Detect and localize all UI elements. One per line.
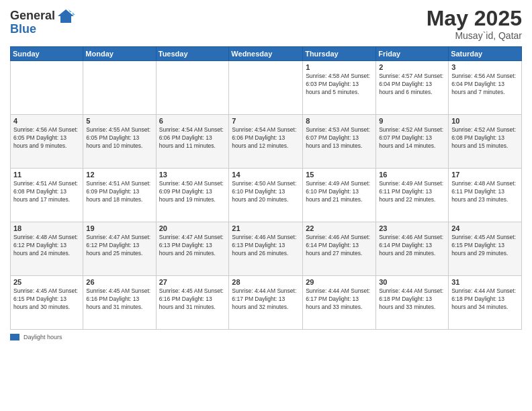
- day-number: 28: [232, 278, 300, 286]
- calendar-day: 23Sunrise: 4:46 AM Sunset: 6:14 PM Dayli…: [376, 222, 449, 276]
- day-info: Sunrise: 4:51 AM Sunset: 6:08 PM Dayligh…: [13, 180, 80, 204]
- day-info: Sunrise: 4:56 AM Sunset: 6:05 PM Dayligh…: [13, 126, 80, 150]
- calendar-day: 30Sunrise: 4:44 AM Sunset: 6:18 PM Dayli…: [376, 276, 449, 330]
- calendar-day: [11, 61, 83, 115]
- day-info: Sunrise: 4:46 AM Sunset: 6:13 PM Dayligh…: [232, 234, 300, 258]
- day-info: Sunrise: 4:45 AM Sunset: 6:15 PM Dayligh…: [13, 287, 80, 312]
- page: General Blue May 2025 Musay`id, Qatar Su…: [0, 0, 532, 411]
- day-number: 20: [159, 224, 226, 232]
- day-info: Sunrise: 4:58 AM Sunset: 6:03 PM Dayligh…: [306, 73, 373, 97]
- calendar-day: 9Sunrise: 4:52 AM Sunset: 6:07 PM Daylig…: [376, 115, 449, 169]
- day-number: 3: [451, 63, 519, 71]
- header-saturday: Saturday: [449, 47, 522, 61]
- calendar-day: 5Sunrise: 4:55 AM Sunset: 6:05 PM Daylig…: [83, 115, 156, 169]
- day-number: 29: [306, 278, 373, 286]
- calendar-header-row: Sunday Monday Tuesday Wednesday Thursday…: [11, 47, 522, 61]
- calendar-day: 8Sunrise: 4:53 AM Sunset: 6:07 PM Daylig…: [303, 115, 376, 169]
- day-info: Sunrise: 4:46 AM Sunset: 6:14 PM Dayligh…: [306, 234, 373, 258]
- day-number: 27: [159, 278, 226, 286]
- calendar-day: 31Sunrise: 4:44 AM Sunset: 6:18 PM Dayli…: [449, 276, 522, 330]
- calendar-day: 1Sunrise: 4:58 AM Sunset: 6:03 PM Daylig…: [303, 61, 376, 115]
- day-number: 7: [232, 117, 300, 125]
- day-info: Sunrise: 4:44 AM Sunset: 6:18 PM Dayligh…: [451, 287, 519, 312]
- calendar-day: 21Sunrise: 4:46 AM Sunset: 6:13 PM Dayli…: [229, 222, 303, 276]
- day-number: 5: [86, 117, 152, 125]
- day-info: Sunrise: 4:47 AM Sunset: 6:12 PM Dayligh…: [86, 234, 152, 258]
- calendar-week-3: 18Sunrise: 4:48 AM Sunset: 6:12 PM Dayli…: [11, 222, 522, 276]
- header-tuesday: Tuesday: [156, 47, 229, 61]
- logo-icon: [56, 7, 75, 26]
- calendar-week-1: 4Sunrise: 4:56 AM Sunset: 6:05 PM Daylig…: [11, 115, 522, 169]
- day-number: 2: [379, 63, 445, 71]
- day-number: 1: [306, 63, 373, 71]
- day-info: Sunrise: 4:53 AM Sunset: 6:07 PM Dayligh…: [306, 126, 373, 150]
- day-number: 9: [379, 117, 445, 125]
- calendar-day: 2Sunrise: 4:57 AM Sunset: 6:04 PM Daylig…: [376, 61, 449, 115]
- day-info: Sunrise: 4:45 AM Sunset: 6:15 PM Dayligh…: [451, 234, 519, 258]
- day-info: Sunrise: 4:50 AM Sunset: 6:09 PM Dayligh…: [159, 180, 226, 204]
- calendar-day: 14Sunrise: 4:50 AM Sunset: 6:10 PM Dayli…: [229, 169, 303, 222]
- daylight-box: [10, 334, 19, 340]
- header-thursday: Thursday: [303, 47, 376, 61]
- day-number: 19: [86, 224, 152, 232]
- day-number: 22: [306, 224, 373, 232]
- day-number: 6: [159, 117, 226, 125]
- day-info: Sunrise: 4:55 AM Sunset: 6:05 PM Dayligh…: [86, 126, 152, 150]
- day-info: Sunrise: 4:52 AM Sunset: 6:08 PM Dayligh…: [451, 126, 519, 150]
- calendar-day: 20Sunrise: 4:47 AM Sunset: 6:13 PM Dayli…: [156, 222, 229, 276]
- logo: General Blue: [10, 7, 75, 36]
- calendar-day: [156, 61, 229, 115]
- day-info: Sunrise: 4:48 AM Sunset: 6:12 PM Dayligh…: [13, 234, 80, 258]
- day-info: Sunrise: 4:51 AM Sunset: 6:09 PM Dayligh…: [86, 180, 152, 204]
- day-number: 23: [379, 224, 445, 232]
- day-number: 30: [379, 278, 445, 286]
- day-number: 4: [13, 117, 80, 125]
- calendar-week-4: 25Sunrise: 4:45 AM Sunset: 6:15 PM Dayli…: [11, 276, 522, 330]
- day-number: 15: [306, 171, 373, 179]
- day-info: Sunrise: 4:54 AM Sunset: 6:06 PM Dayligh…: [232, 126, 300, 150]
- day-info: Sunrise: 4:44 AM Sunset: 6:18 PM Dayligh…: [379, 287, 445, 312]
- header-wednesday: Wednesday: [229, 47, 303, 61]
- day-number: 17: [451, 171, 519, 179]
- footer: Daylight hours: [10, 334, 522, 340]
- calendar-day: 6Sunrise: 4:54 AM Sunset: 6:06 PM Daylig…: [156, 115, 229, 169]
- calendar-day: 24Sunrise: 4:45 AM Sunset: 6:15 PM Dayli…: [449, 222, 522, 276]
- calendar-day: 4Sunrise: 4:56 AM Sunset: 6:05 PM Daylig…: [11, 115, 83, 169]
- calendar-day: 29Sunrise: 4:44 AM Sunset: 6:17 PM Dayli…: [303, 276, 376, 330]
- day-info: Sunrise: 4:57 AM Sunset: 6:04 PM Dayligh…: [379, 73, 445, 97]
- calendar-day: 25Sunrise: 4:45 AM Sunset: 6:15 PM Dayli…: [11, 276, 83, 330]
- day-number: 25: [13, 278, 80, 286]
- calendar-day: 19Sunrise: 4:47 AM Sunset: 6:12 PM Dayli…: [83, 222, 156, 276]
- day-info: Sunrise: 4:52 AM Sunset: 6:07 PM Dayligh…: [379, 126, 445, 150]
- day-number: 18: [13, 224, 80, 232]
- calendar-day: [83, 61, 156, 115]
- calendar-day: 26Sunrise: 4:45 AM Sunset: 6:16 PM Dayli…: [83, 276, 156, 330]
- calendar-day: 17Sunrise: 4:48 AM Sunset: 6:11 PM Dayli…: [449, 169, 522, 222]
- day-info: Sunrise: 4:45 AM Sunset: 6:16 PM Dayligh…: [86, 287, 152, 312]
- calendar-day: [229, 61, 303, 115]
- day-info: Sunrise: 4:54 AM Sunset: 6:06 PM Dayligh…: [159, 126, 226, 150]
- day-info: Sunrise: 4:48 AM Sunset: 6:11 PM Dayligh…: [451, 180, 519, 204]
- calendar-day: 22Sunrise: 4:46 AM Sunset: 6:14 PM Dayli…: [303, 222, 376, 276]
- title-location: Musay`id, Qatar: [427, 30, 522, 41]
- header-sunday: Sunday: [11, 47, 83, 61]
- day-number: 8: [306, 117, 373, 125]
- day-number: 31: [451, 278, 519, 286]
- calendar-day: 12Sunrise: 4:51 AM Sunset: 6:09 PM Dayli…: [83, 169, 156, 222]
- day-info: Sunrise: 4:50 AM Sunset: 6:10 PM Dayligh…: [232, 180, 300, 204]
- calendar-day: 28Sunrise: 4:44 AM Sunset: 6:17 PM Dayli…: [229, 276, 303, 330]
- day-number: 14: [232, 171, 300, 179]
- day-number: 16: [379, 171, 445, 179]
- calendar-day: 27Sunrise: 4:45 AM Sunset: 6:16 PM Dayli…: [156, 276, 229, 330]
- footer-label: Daylight hours: [24, 334, 62, 340]
- calendar-day: 18Sunrise: 4:48 AM Sunset: 6:12 PM Dayli…: [11, 222, 83, 276]
- title-month: May 2025: [427, 7, 522, 30]
- day-info: Sunrise: 4:49 AM Sunset: 6:10 PM Dayligh…: [306, 180, 373, 204]
- day-info: Sunrise: 4:49 AM Sunset: 6:11 PM Dayligh…: [379, 180, 445, 204]
- logo-general: General: [10, 9, 55, 23]
- calendar-day: 10Sunrise: 4:52 AM Sunset: 6:08 PM Dayli…: [449, 115, 522, 169]
- day-number: 12: [86, 171, 152, 179]
- title-block: May 2025 Musay`id, Qatar: [427, 7, 522, 41]
- day-info: Sunrise: 4:47 AM Sunset: 6:13 PM Dayligh…: [159, 234, 226, 258]
- header-monday: Monday: [83, 47, 156, 61]
